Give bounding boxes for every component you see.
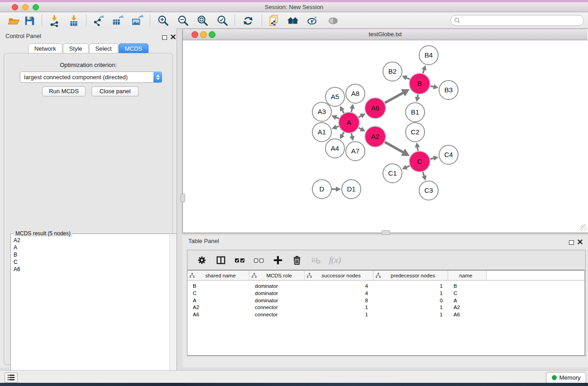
mcds-result-item[interactable]: A (11, 244, 170, 251)
mcds-result-item[interactable]: A6 (11, 266, 170, 273)
graph-node-D[interactable]: D (312, 180, 331, 199)
run-mcds-button[interactable]: Run MCDS (42, 86, 86, 96)
zoom-selected-icon[interactable] (215, 14, 230, 28)
table-cell[interactable]: A2 (448, 304, 487, 311)
close-panel-icon[interactable] (578, 238, 583, 246)
graph-node-A4[interactable]: A4 (325, 139, 344, 158)
open-recent-session-icon[interactable] (267, 14, 281, 28)
search-field[interactable] (450, 15, 584, 26)
deselect-all-checkboxes-icon[interactable] (253, 254, 265, 267)
table-cell[interactable]: 8 (305, 297, 373, 305)
memory-button[interactable]: Memory (546, 372, 586, 383)
network-zoom-button[interactable] (209, 31, 215, 38)
graph-node-C1[interactable]: C1 (383, 164, 402, 183)
graph-node-A3[interactable]: A3 (312, 102, 331, 121)
save-session-icon[interactable] (22, 14, 37, 28)
table-row[interactable]: Adominator80A (187, 297, 584, 305)
add-column-icon[interactable] (272, 254, 284, 267)
select-all-checkboxes-icon[interactable] (234, 254, 246, 267)
table-cell[interactable]: 1 (305, 304, 373, 311)
zoom-fit-icon[interactable] (196, 14, 210, 28)
table-cell[interactable]: 1 (373, 304, 448, 311)
network-minimize-button[interactable] (200, 31, 207, 38)
scrollbar-track[interactable] (169, 234, 176, 386)
float-panel-icon[interactable] (162, 33, 167, 42)
graph-node-A1[interactable]: A1 (312, 123, 331, 142)
mcds-result-list[interactable]: A2ABCA6 (11, 237, 170, 386)
network-canvas[interactable]: B4B2BB3A5A8A6B1A3AC2A1A2A4A7C4CC1C3DD1 (183, 40, 588, 232)
table-cell[interactable]: 0 (373, 297, 448, 305)
graph-node-C[interactable]: C (409, 151, 430, 172)
home-icon[interactable] (286, 14, 300, 28)
column-header-successor-nodes[interactable]: successor nodes (305, 271, 373, 280)
column-header-shared-name[interactable]: shared name (187, 271, 249, 280)
graph-node-B4[interactable]: B4 (419, 46, 438, 65)
import-network-icon[interactable] (47, 14, 62, 28)
table-row[interactable]: Cdominator41C (187, 290, 584, 297)
table-cell[interactable]: 1 (373, 283, 448, 290)
network-graph[interactable]: B4B2BB3A5A8A6B1A3AC2A1A2A4A7C4CC1C3DD1 (183, 40, 588, 232)
table-cell[interactable]: connector (249, 304, 305, 311)
graph-node-A7[interactable]: A7 (346, 142, 365, 161)
table-row[interactable]: A6connector11A6 (187, 311, 584, 319)
table-cell[interactable]: dominator (249, 297, 305, 305)
table-cell[interactable]: A (448, 297, 487, 305)
export-image-icon[interactable] (130, 14, 144, 28)
table-cell[interactable]: B (448, 283, 487, 290)
resize-grip-icon[interactable] (580, 224, 587, 231)
graph-node-C4[interactable]: C4 (439, 145, 458, 164)
graph-node-A8[interactable]: A8 (346, 84, 365, 103)
minimize-window-button[interactable] (22, 4, 29, 10)
mcds-result-item[interactable]: B (11, 251, 170, 258)
graph-node-C2[interactable]: C2 (406, 123, 425, 142)
open-file-icon[interactable] (6, 14, 21, 28)
network-close-button[interactable] (191, 31, 198, 38)
graph-node-D1[interactable]: D1 (342, 180, 361, 199)
task-history-button[interactable] (5, 372, 18, 383)
show-hide-icon[interactable] (326, 14, 340, 28)
delete-table-icon[interactable] (310, 254, 322, 267)
table-cell[interactable]: 1 (373, 311, 448, 319)
table-cell[interactable]: 1 (305, 311, 373, 319)
zoom-in-icon[interactable] (156, 14, 171, 28)
mcds-result-item[interactable]: A2 (11, 237, 170, 244)
search-input[interactable] (460, 16, 583, 25)
table-cell[interactable]: A2 (187, 304, 249, 311)
table-cell[interactable]: 4 (305, 283, 373, 290)
export-network-icon[interactable] (91, 14, 106, 28)
table-cell[interactable]: connector (249, 311, 305, 319)
criterion-dropdown[interactable]: largest connected component (directed) (20, 71, 162, 83)
zoom-out-icon[interactable] (176, 14, 191, 28)
table-cell[interactable]: A6 (448, 311, 487, 319)
table-cell[interactable]: dominator (249, 283, 305, 290)
float-panel-icon[interactable] (569, 238, 574, 247)
graph-node-B1[interactable]: B1 (406, 103, 425, 122)
table-cell[interactable]: C (187, 290, 249, 297)
table-row[interactable]: Bdominator41B (187, 283, 584, 290)
column-header-MCDS-role[interactable]: MCDS role (249, 271, 305, 280)
column-header-name[interactable]: name (448, 271, 487, 280)
table-cell[interactable]: dominator (249, 290, 305, 297)
graph-node-B3[interactable]: B3 (439, 81, 458, 100)
mcds-result-item[interactable]: C (11, 258, 170, 266)
table-cell[interactable]: A6 (187, 311, 249, 319)
table-cell[interactable]: B (187, 283, 249, 290)
table-cell[interactable]: C (448, 290, 487, 297)
table-settings-icon[interactable] (196, 254, 208, 267)
table-row[interactable]: A2connector11A2 (187, 304, 584, 311)
close-panel-icon[interactable] (171, 33, 176, 41)
column-header-predecessor-nodes[interactable]: predecessor nodes (373, 271, 448, 280)
splitter-handle-vertical[interactable] (181, 194, 185, 202)
splitter-handle-horizontal[interactable] (382, 230, 390, 235)
table-cell[interactable]: 1 (373, 290, 448, 297)
graph-node-A5[interactable]: A5 (325, 87, 344, 106)
table-cell[interactable]: A (187, 297, 249, 305)
import-table-icon[interactable] (67, 14, 81, 28)
graph-node-A6[interactable]: A6 (365, 98, 386, 119)
function-builder-icon[interactable]: f(x) (329, 254, 341, 267)
refresh-icon[interactable] (241, 14, 255, 28)
graph-node-A[interactable]: A (339, 112, 359, 133)
graph-node-C3[interactable]: C3 (419, 181, 438, 200)
graph-node-B[interactable]: B (409, 73, 430, 94)
delete-columns-icon[interactable] (291, 254, 303, 267)
